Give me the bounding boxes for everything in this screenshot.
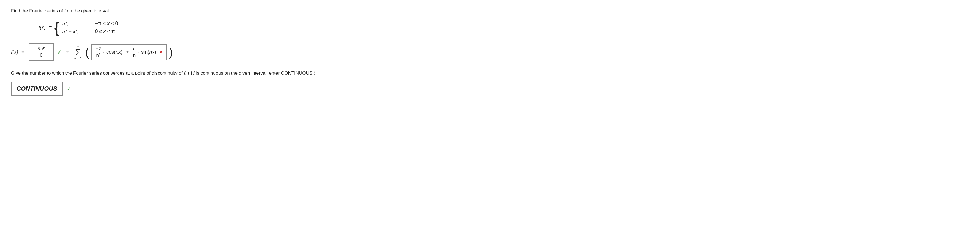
constant-fraction: 5π² 6 [37, 46, 45, 58]
sin-numerator: π [133, 46, 136, 52]
cos-expr: cos(nx) [106, 49, 123, 55]
case-2-expr: π2 − x2, [62, 29, 87, 35]
dot-1: · [103, 49, 105, 55]
piecewise-equals: = [48, 24, 52, 31]
f-variable: f [64, 8, 66, 13]
piecewise-brace: { [54, 20, 59, 35]
cos-fraction: −2 n² [95, 46, 101, 58]
piecewise-row-2: π2 − x2, 0 ≤ x < π [62, 29, 118, 35]
case-1-condition: −π < x < 0 [95, 21, 118, 26]
series-inner-box: −2 n² · cos(nx) + π n · sin(nx) ✕ [91, 44, 167, 60]
case-2-condition: 0 ≤ x < π [95, 29, 115, 34]
sin-fraction: π n [133, 46, 136, 58]
plus-sign-2: + [126, 49, 129, 55]
cos-denominator: n² [96, 52, 100, 58]
constant-numerator: 5π² [37, 46, 45, 52]
piecewise-row-1: π2, −π < x < 0 [62, 21, 118, 27]
open-paren: ( [85, 46, 89, 58]
series-delete-icon[interactable]: ✕ [159, 49, 163, 55]
case-1-expr: π2, [62, 21, 87, 27]
continuous-check-icon: ✓ [67, 85, 72, 92]
convergence-question: Give the number to which the Fourier ser… [11, 70, 969, 77]
close-paren: ) [169, 46, 173, 58]
continuous-text: CONTINUOUS [16, 85, 57, 92]
cos-numerator: −2 [95, 46, 101, 52]
sin-expr: sin(nx) [141, 49, 156, 55]
sigma-glyph: Σ [75, 48, 81, 57]
sin-denominator: n [133, 52, 136, 58]
answer-equals: = [21, 49, 24, 55]
dot-2: · [138, 49, 140, 55]
constant-term-box: 5π² 6 [29, 43, 54, 61]
constant-denominator: 6 [40, 52, 42, 58]
constant-check-icon: ✓ [57, 49, 62, 56]
sigma-symbol: ∞ Σ n = 1 [74, 44, 82, 60]
answer-row: f(x) = 5π² 6 ✓ + ∞ Σ n = 1 ( −2 n² · cos… [11, 43, 969, 61]
piecewise-cases: π2, −π < x < 0 π2 − x2, 0 ≤ x < π [62, 21, 118, 35]
piecewise-container: f(x) = { π2, −π < x < 0 π2 − x2, 0 ≤ x <… [38, 20, 969, 35]
continuous-answer-box: CONTINUOUS [11, 82, 63, 96]
plus-sign-1: + [66, 49, 69, 55]
problem-statement: Find the Fourier series of f on the give… [11, 8, 969, 14]
answer-fx-label: f(x) [11, 49, 18, 55]
sigma-sub: n = 1 [74, 56, 82, 60]
piecewise-label: f(x) [38, 25, 46, 30]
